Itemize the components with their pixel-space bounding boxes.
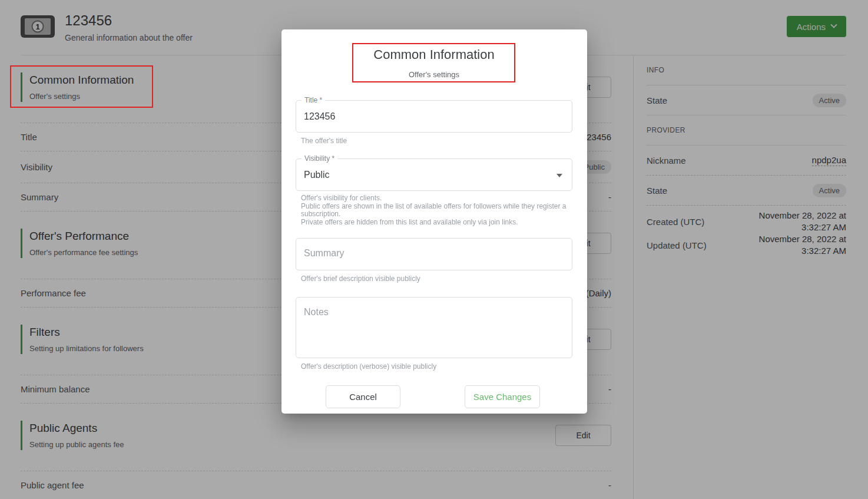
dropdown-arrow-icon [556, 174, 562, 177]
notes-field [296, 297, 572, 358]
common-information-dialog: Common Information Offer's settings Titl… [281, 29, 587, 414]
visibility-field: Visibility * Public [296, 158, 572, 191]
visibility-select[interactable]: Public [297, 160, 571, 190]
dialog-title: Common Information [296, 47, 572, 62]
notes-input[interactable] [296, 298, 572, 358]
summary-helper-text: Offer's brief description visible public… [301, 275, 572, 283]
summary-field [296, 238, 572, 270]
title-input[interactable] [297, 101, 571, 131]
cancel-button[interactable]: Cancel [326, 385, 400, 408]
dialog-subtitle: Offer's settings [296, 70, 572, 79]
summary-input[interactable] [296, 239, 572, 270]
visibility-helper-text: Offer's visibility for clients. Public o… [301, 194, 572, 226]
save-changes-button[interactable]: Save Changes [465, 385, 540, 408]
title-field: Title * [296, 100, 572, 133]
title-helper-text: The offer's title [301, 137, 572, 146]
notes-helper-text: Offer's description (verbose) visible pu… [301, 362, 572, 371]
